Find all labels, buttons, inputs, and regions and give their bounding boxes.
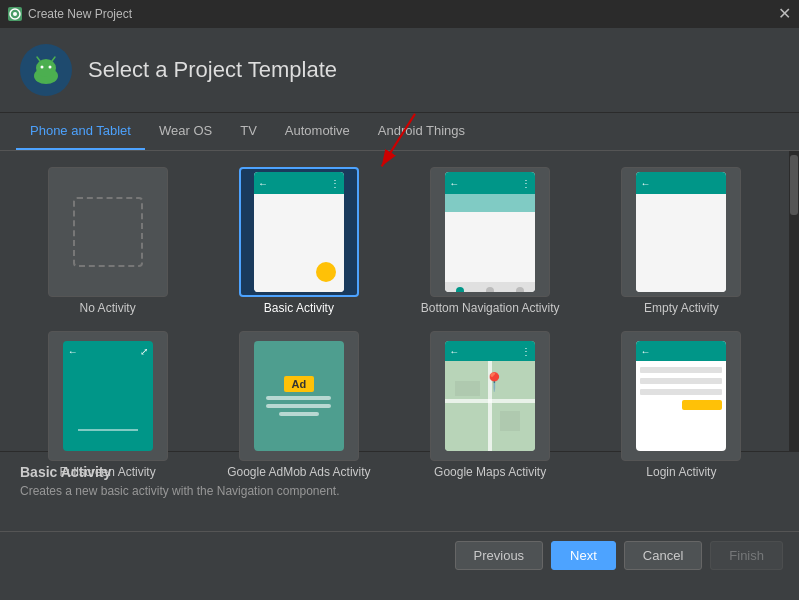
tab-phone-tablet[interactable]: Phone and Tablet xyxy=(16,113,145,150)
fab-button xyxy=(316,262,336,282)
basic-activity-phone: ← ⋮ xyxy=(254,172,344,292)
login-top-bar: ← xyxy=(636,341,726,361)
dialog-header: Select a Project Template xyxy=(0,28,799,113)
tab-automotive[interactable]: Automotive xyxy=(271,113,364,150)
admob-phone: Ad xyxy=(254,341,344,451)
finish-button[interactable]: Finish xyxy=(710,541,783,570)
empty-top-bar: ← xyxy=(636,172,726,194)
svg-point-5 xyxy=(49,66,52,69)
fs-top-bar: ← ⤢ xyxy=(63,341,153,361)
overflow-menu-icon: ⋮ xyxy=(330,178,340,189)
login-back-icon: ← xyxy=(640,346,650,357)
title-bar: Create New Project ✕ xyxy=(0,0,799,28)
basic-activity-label: Basic Activity xyxy=(264,301,334,315)
ad-line-2 xyxy=(266,404,331,408)
svg-point-1 xyxy=(13,12,17,16)
nav-dot-2 xyxy=(486,287,494,292)
title-bar-title: Create New Project xyxy=(28,7,132,21)
next-button[interactable]: Next xyxy=(551,541,616,570)
map-overflow-icon: ⋮ xyxy=(521,346,531,357)
title-bar-left: Create New Project xyxy=(8,7,132,21)
template-fullscreen[interactable]: ← ⤢ Fullscreen Activity xyxy=(16,327,199,481)
bottom-nav-label: Bottom Navigation Activity xyxy=(421,301,560,315)
login-phone: ← xyxy=(636,341,726,451)
scrollbar[interactable] xyxy=(789,151,799,451)
svg-point-4 xyxy=(41,66,44,69)
no-activity-box xyxy=(73,197,143,267)
ad-badge: Ad xyxy=(284,376,315,392)
empty-activity-label: Empty Activity xyxy=(644,301,719,315)
bnav-content xyxy=(445,212,535,282)
svg-line-7 xyxy=(52,57,55,61)
maps-preview: ← ⋮ 📍 xyxy=(430,331,550,461)
map-top-bar: ← ⋮ xyxy=(445,341,535,361)
scrollbar-thumb[interactable] xyxy=(790,155,798,215)
login-label: Login Activity xyxy=(646,465,716,479)
phone-content-area xyxy=(254,194,344,292)
close-button[interactable]: ✕ xyxy=(778,6,791,22)
back-arrow-icon: ← xyxy=(258,178,268,189)
maps-label: Google Maps Activity xyxy=(434,465,546,479)
tab-wear-os[interactable]: Wear OS xyxy=(145,113,226,150)
template-bottom-nav[interactable]: ← ⋮ Bottom Navigation Activity xyxy=(399,163,582,319)
empty-activity-preview: ← xyxy=(621,167,741,297)
login-field-3 xyxy=(640,389,722,395)
cancel-button[interactable]: Cancel xyxy=(624,541,702,570)
empty-back-icon: ← xyxy=(640,178,650,189)
login-preview: ← xyxy=(621,331,741,461)
ad-line-3 xyxy=(279,412,319,416)
bnav-secondary-bar xyxy=(445,194,535,212)
template-login[interactable]: ← Login Activity xyxy=(590,327,773,481)
phone-top-bar: ← ⋮ xyxy=(254,172,344,194)
empty-content xyxy=(636,194,726,292)
fs-line xyxy=(78,429,138,431)
bnav-back-icon: ← xyxy=(449,178,459,189)
login-field-1 xyxy=(640,367,722,373)
bnav-bottom-bar xyxy=(445,282,535,292)
admob-preview: Ad xyxy=(239,331,359,461)
bnav-overflow-icon: ⋮ xyxy=(521,178,531,189)
fs-back-icon: ← xyxy=(68,346,78,357)
svg-line-6 xyxy=(37,57,40,61)
fs-expand-icon: ⤢ xyxy=(140,346,148,357)
empty-phone: ← xyxy=(636,172,726,292)
login-submit-btn xyxy=(682,400,722,410)
template-basic-activity[interactable]: ← ⋮ Basic Activity xyxy=(207,163,390,319)
template-grid: No Activity ← ⋮ Basic Activity xyxy=(0,151,789,481)
android-studio-icon xyxy=(8,7,22,21)
tab-android-things[interactable]: Android Things xyxy=(364,113,479,150)
tab-bar: Phone and Tablet Wear OS TV Automotive A… xyxy=(0,113,799,151)
description-text: Creates a new basic activity with the Na… xyxy=(20,484,779,498)
admob-label: Google AdMob Ads Activity xyxy=(227,465,370,479)
no-activity-label: No Activity xyxy=(80,301,136,315)
template-no-activity[interactable]: No Activity xyxy=(16,163,199,319)
bnav-top-bar: ← ⋮ xyxy=(445,172,535,194)
android-logo xyxy=(20,44,72,96)
template-empty-activity[interactable]: ← Empty Activity xyxy=(590,163,773,319)
dialog-footer: Previous Next Cancel Finish xyxy=(0,531,799,579)
tab-tv[interactable]: TV xyxy=(226,113,271,150)
template-admob[interactable]: Ad Google AdMob Ads Activity xyxy=(207,327,390,481)
login-field-2 xyxy=(640,378,722,384)
svg-point-3 xyxy=(36,59,56,77)
nav-dot-3 xyxy=(516,287,524,292)
fullscreen-preview: ← ⤢ xyxy=(48,331,168,461)
map-pin-icon: 📍 xyxy=(483,371,505,393)
bottom-nav-preview: ← ⋮ xyxy=(430,167,550,297)
dialog-title: Select a Project Template xyxy=(88,57,337,83)
ad-line-1 xyxy=(266,396,331,400)
no-activity-preview xyxy=(48,167,168,297)
maps-phone: ← ⋮ 📍 xyxy=(445,341,535,451)
svg-rect-11 xyxy=(455,381,480,396)
map-back-icon: ← xyxy=(449,346,459,357)
fullscreen-phone: ← ⤢ xyxy=(63,341,153,451)
content-area: No Activity ← ⋮ Basic Activity xyxy=(0,151,799,451)
basic-activity-preview: ← ⋮ xyxy=(239,167,359,297)
login-content xyxy=(636,361,726,416)
bottom-nav-phone: ← ⋮ xyxy=(445,172,535,292)
nav-dot-1 xyxy=(456,287,464,292)
template-maps[interactable]: ← ⋮ 📍 Google Maps xyxy=(399,327,582,481)
previous-button[interactable]: Previous xyxy=(455,541,544,570)
svg-rect-12 xyxy=(500,411,520,431)
